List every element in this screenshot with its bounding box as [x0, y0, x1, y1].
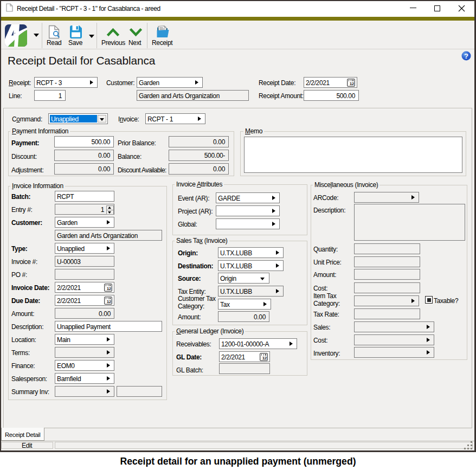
svg-text:?: ?: [464, 52, 468, 60]
